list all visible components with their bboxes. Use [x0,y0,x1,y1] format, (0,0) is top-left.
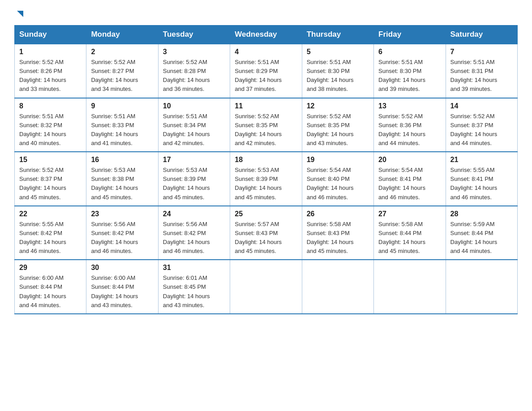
day-info: Sunrise: 5:54 AMSunset: 8:41 PMDaylight:… [378,167,425,200]
calendar-day-cell: 22Sunrise: 5:55 AMSunset: 8:42 PMDayligh… [15,206,86,260]
calendar-day-cell: 8Sunrise: 5:51 AMSunset: 8:32 PMDaylight… [15,98,86,152]
day-info: Sunrise: 5:51 AMSunset: 8:31 PMDaylight:… [450,59,498,92]
day-info: Sunrise: 5:53 AMSunset: 8:39 PMDaylight:… [235,167,282,200]
calendar-day-cell: 3Sunrise: 5:52 AMSunset: 8:28 PMDaylight… [158,44,230,98]
day-number: 6 [378,48,441,56]
day-info: Sunrise: 5:51 AMSunset: 8:29 PMDaylight:… [235,59,282,92]
day-number: 22 [19,210,82,218]
empty-cell [446,260,517,314]
day-info: Sunrise: 5:52 AMSunset: 8:35 PMDaylight:… [307,113,354,146]
calendar-day-cell: 15Sunrise: 5:52 AMSunset: 8:37 PMDayligh… [15,152,86,206]
day-number: 17 [163,156,225,164]
day-info: Sunrise: 5:53 AMSunset: 8:39 PMDaylight:… [163,167,210,200]
day-info: Sunrise: 5:52 AMSunset: 8:36 PMDaylight:… [378,113,425,146]
day-info: Sunrise: 5:56 AMSunset: 8:42 PMDaylight:… [91,221,138,254]
day-number: 23 [91,210,153,218]
day-info: Sunrise: 5:52 AMSunset: 8:35 PMDaylight:… [235,113,282,146]
weekday-header-thursday: Thursday [302,26,373,44]
weekday-header-monday: Monday [86,26,158,44]
day-number: 2 [91,48,153,56]
day-number: 24 [163,210,225,218]
day-number: 18 [235,156,297,164]
empty-cell [230,260,302,314]
day-number: 21 [450,156,513,164]
weekday-header-friday: Friday [374,26,446,44]
calendar-day-cell: 26Sunrise: 5:58 AMSunset: 8:43 PMDayligh… [302,206,373,260]
day-info: Sunrise: 6:01 AMSunset: 8:45 PMDaylight:… [163,274,210,308]
day-number: 16 [91,156,153,164]
day-info: Sunrise: 5:53 AMSunset: 8:38 PMDaylight:… [91,167,138,200]
empty-cell [302,260,373,314]
calendar-day-cell: 2Sunrise: 5:52 AMSunset: 8:27 PMDaylight… [86,44,158,98]
calendar-day-cell: 29Sunrise: 6:00 AMSunset: 8:44 PMDayligh… [15,260,86,314]
day-number: 15 [19,156,82,164]
page-header [14,11,518,17]
day-number: 3 [163,48,225,56]
day-info: Sunrise: 5:51 AMSunset: 8:34 PMDaylight:… [163,113,210,146]
day-info: Sunrise: 5:52 AMSunset: 8:28 PMDaylight:… [163,59,210,92]
day-number: 19 [307,156,369,164]
calendar-day-cell: 20Sunrise: 5:54 AMSunset: 8:41 PMDayligh… [374,152,446,206]
day-info: Sunrise: 5:57 AMSunset: 8:43 PMDaylight:… [235,221,282,254]
calendar-week-row: 29Sunrise: 6:00 AMSunset: 8:44 PMDayligh… [15,260,518,314]
calendar-day-cell: 9Sunrise: 5:51 AMSunset: 8:33 PMDaylight… [86,98,158,152]
day-number: 20 [378,156,441,164]
calendar-day-cell: 16Sunrise: 5:53 AMSunset: 8:38 PMDayligh… [86,152,158,206]
calendar-day-cell: 4Sunrise: 5:51 AMSunset: 8:29 PMDaylight… [230,44,302,98]
calendar-day-cell: 5Sunrise: 5:51 AMSunset: 8:30 PMDaylight… [302,44,373,98]
day-info: Sunrise: 5:55 AMSunset: 8:41 PMDaylight:… [450,167,498,200]
day-info: Sunrise: 5:51 AMSunset: 8:33 PMDaylight:… [91,113,138,146]
calendar-day-cell: 12Sunrise: 5:52 AMSunset: 8:35 PMDayligh… [302,98,373,152]
weekday-header-tuesday: Tuesday [158,26,230,44]
day-number: 28 [450,210,513,218]
weekday-header-wednesday: Wednesday [230,26,302,44]
day-info: Sunrise: 5:59 AMSunset: 8:44 PMDaylight:… [450,221,498,254]
day-number: 29 [19,264,82,272]
day-info: Sunrise: 5:55 AMSunset: 8:42 PMDaylight:… [19,221,66,254]
empty-cell [374,260,446,314]
weekday-header-sunday: Sunday [15,26,86,44]
calendar-day-cell: 13Sunrise: 5:52 AMSunset: 8:36 PMDayligh… [374,98,446,152]
calendar-day-cell: 25Sunrise: 5:57 AMSunset: 8:43 PMDayligh… [230,206,302,260]
day-info: Sunrise: 5:51 AMSunset: 8:30 PMDaylight:… [307,59,354,92]
calendar-day-cell: 14Sunrise: 5:52 AMSunset: 8:37 PMDayligh… [446,98,517,152]
calendar-day-cell: 31Sunrise: 6:01 AMSunset: 8:45 PMDayligh… [158,260,230,314]
weekday-header-row: SundayMondayTuesdayWednesdayThursdayFrid… [15,26,518,44]
day-info: Sunrise: 5:52 AMSunset: 8:27 PMDaylight:… [91,59,138,92]
logo [14,11,25,19]
day-number: 8 [19,102,82,110]
day-info: Sunrise: 6:00 AMSunset: 8:44 PMDaylight:… [91,274,138,308]
day-info: Sunrise: 5:58 AMSunset: 8:44 PMDaylight:… [378,221,425,254]
day-info: Sunrise: 5:52 AMSunset: 8:37 PMDaylight:… [19,167,66,200]
day-info: Sunrise: 5:51 AMSunset: 8:32 PMDaylight:… [19,113,66,146]
day-number: 7 [450,48,513,56]
weekday-header-saturday: Saturday [446,26,517,44]
day-number: 11 [235,102,297,110]
day-info: Sunrise: 5:52 AMSunset: 8:26 PMDaylight:… [19,59,66,92]
calendar-day-cell: 28Sunrise: 5:59 AMSunset: 8:44 PMDayligh… [446,206,517,260]
calendar-day-cell: 27Sunrise: 5:58 AMSunset: 8:44 PMDayligh… [374,206,446,260]
calendar-week-row: 15Sunrise: 5:52 AMSunset: 8:37 PMDayligh… [15,152,518,206]
day-number: 9 [91,102,153,110]
calendar-day-cell: 19Sunrise: 5:54 AMSunset: 8:40 PMDayligh… [302,152,373,206]
day-info: Sunrise: 5:52 AMSunset: 8:37 PMDaylight:… [450,113,498,146]
calendar-day-cell: 1Sunrise: 5:52 AMSunset: 8:26 PMDaylight… [15,44,86,98]
calendar-day-cell: 7Sunrise: 5:51 AMSunset: 8:31 PMDaylight… [446,44,517,98]
day-number: 31 [163,264,225,272]
calendar-table: SundayMondayTuesdayWednesdayThursdayFrid… [14,25,518,314]
day-number: 26 [307,210,369,218]
calendar-day-cell: 21Sunrise: 5:55 AMSunset: 8:41 PMDayligh… [446,152,517,206]
day-info: Sunrise: 5:56 AMSunset: 8:42 PMDaylight:… [163,221,210,254]
calendar-day-cell: 6Sunrise: 5:51 AMSunset: 8:30 PMDaylight… [374,44,446,98]
day-number: 30 [91,264,153,272]
calendar-day-cell: 23Sunrise: 5:56 AMSunset: 8:42 PMDayligh… [86,206,158,260]
calendar-day-cell: 11Sunrise: 5:52 AMSunset: 8:35 PMDayligh… [230,98,302,152]
day-number: 1 [19,48,82,56]
day-number: 10 [163,102,225,110]
day-number: 12 [307,102,369,110]
calendar-week-row: 1Sunrise: 5:52 AMSunset: 8:26 PMDaylight… [15,44,518,98]
day-info: Sunrise: 5:58 AMSunset: 8:43 PMDaylight:… [307,221,354,254]
calendar-day-cell: 30Sunrise: 6:00 AMSunset: 8:44 PMDayligh… [86,260,158,314]
day-info: Sunrise: 5:51 AMSunset: 8:30 PMDaylight:… [378,59,425,92]
logo-area [14,11,25,17]
